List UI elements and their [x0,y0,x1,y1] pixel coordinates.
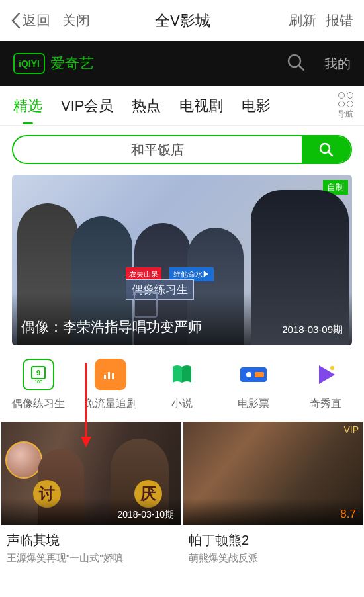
card-title: 帕丁顿熊2 [183,525,363,552]
search-submit-button[interactable] [302,136,351,163]
idol-icon: 9100 [23,359,54,390]
cat-idol[interactable]: 9100 偶像练习生 [3,359,74,411]
logo-icon: iQIYI [13,53,45,74]
tab-tv[interactable]: 电视剧 [179,96,223,116]
folder-icon [95,359,126,390]
nav-label: 导航 [338,109,353,120]
play-star-icon [310,359,341,390]
svg-rect-7 [104,375,106,379]
page-title: 全V影城 [77,11,289,31]
content-cards: 讨 厌 2018-03-10期 声临其境 王源爆笑再现"一山式"娇嗔 VIP 8… [0,422,364,565]
nav-grid-button[interactable]: 导航 [338,92,353,120]
grid-icon [338,92,353,107]
svg-line-3 [329,152,333,156]
cat-label: 奇秀直 [310,397,341,411]
logo-text: 爱奇艺 [50,54,94,73]
svg-rect-12 [255,372,264,377]
rating-value: 8.7 [340,508,356,521]
refresh-button[interactable]: 刷新 [289,11,316,30]
system-top-nav: 返回 关闭 全V影城 刷新 报错 [0,0,364,41]
search-icon [318,142,334,158]
tab-vip[interactable]: VIP会员 [61,96,113,116]
svg-point-13 [330,366,334,370]
tab-featured[interactable]: 精选 [13,96,42,116]
tab-movie[interactable]: 电影 [242,96,271,116]
search-placeholder: 和平饭店 [13,141,302,159]
category-row: 9100 偶像练习生 免流量追剧 小说 电影票 奇秀直 [0,345,364,422]
card-subtitle: 萌熊爆笑战反派 [183,552,363,565]
card-item[interactable]: 讨 厌 2018-03-10期 声临其境 王源爆笑再现"一山式"娇嗔 [1,422,181,565]
svg-rect-9 [112,373,114,379]
search-icon[interactable] [286,52,306,75]
card-subtitle: 王源爆笑再现"一山式"娇嗔 [1,552,181,565]
ticket-icon [238,359,269,390]
cat-movie-tickets[interactable]: 电影票 [218,359,289,411]
cat-novel[interactable]: 小说 [146,359,218,411]
card-thumbnail: VIP 8.7 [183,422,363,525]
my-account-link[interactable]: 我的 [324,55,351,73]
card-thumbnail: 讨 厌 2018-03-10期 [1,422,181,525]
cat-qixiu[interactable]: 奇秀直 [290,359,361,411]
chevron-left-icon [11,12,21,29]
card-item[interactable]: VIP 8.7 帕丁顿熊2 萌熊爆笑战反派 [183,422,363,565]
search-bar[interactable]: 和平饭店 [12,135,352,164]
brand-bar: iQIYI 爱奇艺 我的 [0,41,364,86]
card-title: 声临其境 [1,525,181,552]
category-tabs: 精选 VIP会员 热点 电视剧 电影 导航 [0,86,364,126]
tab-hot[interactable]: 热点 [132,96,161,116]
logo[interactable]: iQIYI 爱奇艺 [13,53,94,74]
hero-caption: 偶像：李荣浩指导唱功变严师 [21,318,202,336]
hero-banner[interactable]: 自制 农夫山泉 维他命水▶ 偶像练习生 Jeffrey 偶像：李荣浩指导唱功变严… [12,175,352,345]
cat-label: 免流量追剧 [84,397,137,411]
svg-point-11 [246,372,251,377]
back-button[interactable]: 返回 [11,11,50,30]
cat-free-data[interactable]: 免流量追剧 [74,359,146,411]
back-label: 返回 [23,11,50,30]
svg-text:9: 9 [36,369,40,377]
hero-date: 2018-03-09期 [282,324,343,336]
svg-text:100: 100 [34,379,42,384]
book-icon [166,359,198,390]
svg-line-1 [299,66,304,70]
cat-label: 偶像练习生 [12,397,65,411]
cat-label: 小说 [171,397,193,411]
vip-badge: VIP [343,424,359,435]
svg-rect-8 [108,372,110,379]
episode-date: 2018-03-10期 [117,509,174,521]
search-section: 和平饭店 [0,126,364,173]
report-button[interactable]: 报错 [326,11,353,30]
cat-label: 电影票 [238,397,269,411]
